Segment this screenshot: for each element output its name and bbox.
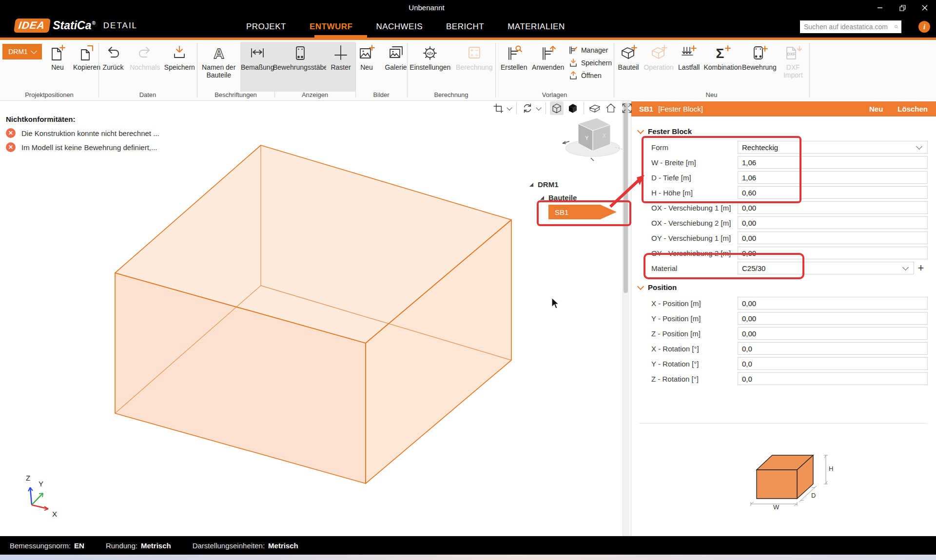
nonconformities-title: Nichtkonformitäten: xyxy=(6,115,159,123)
restore-button[interactable] xyxy=(891,0,914,16)
svg-text:÷: ÷ xyxy=(475,52,478,58)
status-rounding: Rundung: Metrisch xyxy=(106,541,171,550)
z-rotation-input[interactable] xyxy=(738,372,928,385)
new-picture-button[interactable]: Neu xyxy=(352,42,381,72)
y-position-input[interactable] xyxy=(738,312,928,325)
fullscreen-arrows-icon xyxy=(621,102,633,114)
rotate-view-button[interactable] xyxy=(521,101,534,115)
redo-button: Nochmals xyxy=(128,42,162,72)
model-viewport[interactable] xyxy=(0,101,622,536)
add-material-button[interactable]: + xyxy=(914,262,928,274)
chevron-down-icon[interactable] xyxy=(507,105,512,110)
clip-view-button[interactable] xyxy=(588,101,602,115)
block-dimension-diagram: W H D xyxy=(750,447,834,510)
search-input[interactable] xyxy=(800,23,894,31)
crop-view-button[interactable] xyxy=(491,101,505,115)
template-manager-item[interactable]: Manager xyxy=(568,45,612,56)
diagram-h-label: H xyxy=(829,465,833,472)
diagram-d-label: D xyxy=(811,492,816,499)
zoom-fit-button[interactable] xyxy=(620,101,634,115)
property-row-yrot: Y - Rotation [°] xyxy=(651,357,928,370)
section-fester-block[interactable]: Fester Block xyxy=(638,126,936,136)
rebar-display-toggle[interactable]: Bewehrungsstäbe xyxy=(274,42,326,92)
copy-position-button[interactable]: Kopieren xyxy=(72,42,101,72)
panel-new-button[interactable]: Neu xyxy=(869,105,883,113)
home-view-button[interactable] xyxy=(604,101,618,115)
tab-materialien[interactable]: MATERIALIEN xyxy=(507,22,565,32)
tab-projekt[interactable]: PROJEKT xyxy=(246,22,286,32)
template-create-button[interactable]: Erstellen xyxy=(498,42,529,72)
svg-text:Σ: Σ xyxy=(716,46,724,61)
sigma-icon: Σ xyxy=(713,44,732,62)
calculation-button: + − × ÷ Berechnung xyxy=(453,42,495,72)
navigation-cube[interactable]: Y X xyxy=(561,113,626,162)
crop-icon xyxy=(492,102,504,114)
save-button[interactable]: Speichern xyxy=(162,42,197,72)
grid-toggle[interactable]: Raster xyxy=(326,42,355,92)
group-bilder: Neu Galerie Bilder xyxy=(355,40,407,100)
chevron-down-icon[interactable] xyxy=(536,105,541,110)
new-position-button[interactable]: Neu xyxy=(43,42,72,72)
z-position-input[interactable] xyxy=(738,327,928,340)
section-position[interactable]: Position xyxy=(638,282,936,292)
ox2-input[interactable] xyxy=(738,216,928,229)
tab-bericht[interactable]: BERICHT xyxy=(446,22,484,32)
undo-icon xyxy=(104,44,122,62)
x-rotation-input[interactable] xyxy=(738,342,928,355)
solid-view-button[interactable] xyxy=(566,101,580,115)
new-reinforcement-button[interactable]: Bewehrung xyxy=(741,42,777,72)
gallery-icon xyxy=(387,44,405,62)
close-button[interactable] xyxy=(914,0,936,16)
template-save-item[interactable]: Speichern xyxy=(568,58,612,68)
wireframe-view-button[interactable] xyxy=(550,101,564,115)
taskbar-sliver xyxy=(0,555,936,560)
dimension-toggle[interactable]: Bemaßung xyxy=(240,42,274,92)
template-save-icon xyxy=(568,58,578,67)
new-loadcase-button[interactable]: Lastfall xyxy=(674,42,703,72)
clip-box-icon xyxy=(588,102,601,114)
tab-nachweis[interactable]: NACHWEIS xyxy=(376,22,423,32)
y-rotation-input[interactable] xyxy=(738,357,928,370)
settings-button[interactable]: </> Einstellungen xyxy=(407,42,453,72)
copy-icon xyxy=(78,44,96,62)
undo-button[interactable]: Zurück xyxy=(98,42,128,72)
property-panel-header: SB1 [Fester Block] Neu Löschen xyxy=(631,101,936,116)
group-neu: Bauteil Operation xyxy=(614,40,809,100)
rebar-section-icon xyxy=(292,44,309,62)
nonconformity-item[interactable]: ✕ Im Modell ist keine Bewehrung definier… xyxy=(6,142,159,152)
new-operation-button: Operation xyxy=(643,42,674,72)
x-position-input[interactable] xyxy=(738,297,928,309)
svg-text:×: × xyxy=(470,52,473,58)
expander-icon[interactable] xyxy=(540,196,544,200)
diagram-w-label: W xyxy=(773,503,780,510)
svg-text:A: A xyxy=(214,45,224,61)
redo-icon xyxy=(136,44,154,62)
info-icon[interactable]: i xyxy=(918,21,930,33)
rotate-icon xyxy=(522,102,533,114)
expander-icon[interactable] xyxy=(529,183,533,187)
oy1-input[interactable] xyxy=(738,232,928,244)
minimize-button[interactable] xyxy=(869,0,891,16)
property-row-zpos: Z - Position [m] xyxy=(651,327,928,340)
project-position-selector[interactable]: DRM1 xyxy=(2,44,42,59)
new-member-button[interactable]: Bauteil xyxy=(614,42,643,72)
annotation-rect-sb1 xyxy=(537,200,631,226)
group-anzeigen: Bewehrungsstäbe Raster Anzeigen xyxy=(274,40,355,100)
template-open-item[interactable]: Öffnen xyxy=(568,70,612,81)
gallery-button[interactable]: Galerie xyxy=(381,42,410,72)
member-names-button[interactable]: A Namen der Bauteile xyxy=(197,42,240,80)
app-logo: IDEA StatiCa® DETAIL xyxy=(15,19,137,33)
tree-node-project[interactable]: DRM1 xyxy=(529,178,577,191)
template-apply-button[interactable]: Anwenden xyxy=(529,42,566,72)
svg-text:</>: </> xyxy=(427,51,433,56)
panel-delete-button[interactable]: Löschen xyxy=(897,105,928,113)
nonconformity-item[interactable]: ✕ Die Konstruktion konnte nicht berechne… xyxy=(6,128,159,138)
home-icon xyxy=(605,102,617,114)
wireframe-cube-icon xyxy=(551,102,563,114)
annotation-rect-dimensions xyxy=(642,136,801,203)
rebar-new-icon xyxy=(750,44,768,62)
chevron-down-icon xyxy=(31,48,37,54)
new-combination-button[interactable]: Σ Kombination xyxy=(703,42,741,72)
viewport-toolbar xyxy=(491,101,634,115)
tab-entwurf[interactable]: ENTWURF xyxy=(310,22,352,32)
